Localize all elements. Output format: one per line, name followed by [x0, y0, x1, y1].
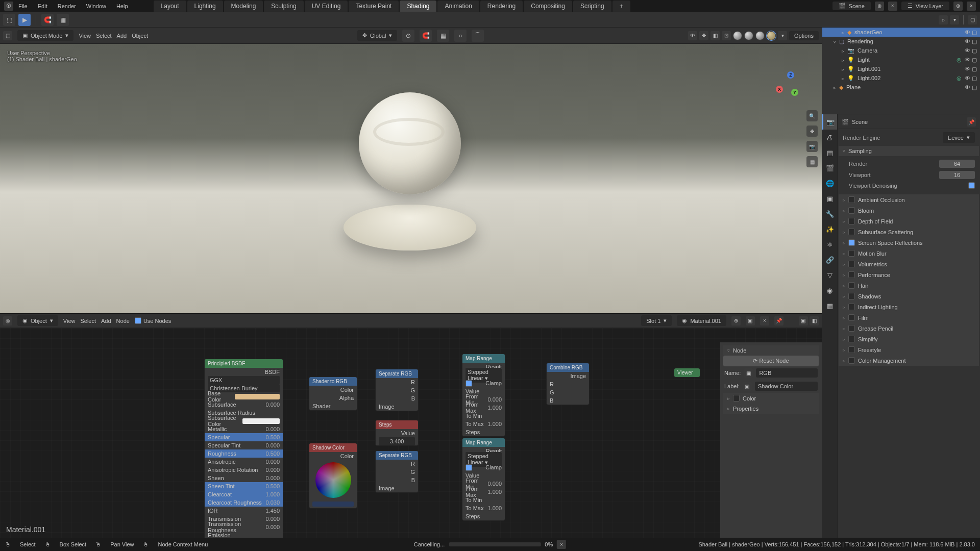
principled-row-ior[interactable]: IOR1.450 [205, 507, 283, 515]
principled-row-specular-tint[interactable]: Specular Tint0.000 [205, 441, 283, 449]
tab-scripting[interactable]: Scripting [573, 1, 611, 12]
panel-checkbox[interactable] [848, 336, 855, 342]
shading-matprev-icon[interactable] [755, 31, 765, 40]
vp-menu-object[interactable]: Object [132, 33, 148, 39]
outliner-item-shadergeo[interactable]: ◆ shaderGeo 👁 ▢ [822, 28, 980, 37]
maprange-row-steps[interactable]: Steps [462, 428, 505, 436]
panel-sampling[interactable]: Sampling [839, 146, 979, 156]
use-nodes-toggle[interactable]: Use Nodes [135, 317, 171, 324]
disable-icon[interactable]: ▢ [972, 75, 977, 82]
panel-depth-of-field[interactable]: Depth of Field [839, 216, 979, 227]
panel-subsurface-scattering[interactable]: Subsurface Scattering [839, 227, 979, 237]
options-button[interactable]: Options [789, 31, 819, 40]
disable-icon[interactable]: ▢ [972, 38, 977, 45]
ptab-particles[interactable]: ✨ [822, 221, 837, 237]
tab-shading[interactable]: Shading [400, 1, 436, 12]
ne-menu-select[interactable]: Select [80, 318, 96, 324]
panel-checkbox[interactable] [848, 325, 855, 332]
panel-checkbox[interactable] [848, 314, 855, 321]
panel-checkbox[interactable] [848, 304, 855, 310]
panel-performance[interactable]: Performance [839, 269, 979, 280]
ne-menu-view[interactable]: View [63, 318, 76, 324]
hide-icon[interactable]: 👁 [965, 57, 970, 63]
disable-icon[interactable]: ▢ [972, 84, 977, 91]
ptab-physics[interactable]: ⚛ [822, 237, 837, 252]
ptab-scene[interactable]: 🎬 [822, 160, 837, 176]
tab-compositing[interactable]: Compositing [524, 1, 572, 12]
tab-add[interactable]: + [612, 1, 630, 12]
ptab-viewlayer[interactable]: ▤ [822, 145, 837, 160]
menu-file[interactable]: File [13, 3, 33, 9]
visibility-icon[interactable]: 👁 [688, 31, 697, 40]
mat-pin-icon[interactable]: 📌 [774, 316, 783, 325]
node-backdrop-icon[interactable]: ▣ [799, 316, 808, 325]
maprange-row-to-max[interactable]: To Max1.000 [462, 420, 505, 428]
cancel-button[interactable]: × [557, 540, 566, 549]
principled-row-transmission-roughness[interactable]: Transmission Roughness0.000 [205, 523, 283, 531]
panel-checkbox[interactable] [848, 218, 855, 224]
overlay-icon[interactable]: ◧ [710, 31, 720, 40]
ns-color-header[interactable]: Color [723, 393, 819, 404]
ptab-material[interactable]: ◉ [822, 283, 837, 298]
zoom-icon[interactable]: 🔍 [806, 110, 818, 121]
panel-motion-blur[interactable]: Motion Blur [839, 248, 979, 259]
ptab-modifiers[interactable]: 🔧 [822, 206, 837, 221]
disclosure-icon[interactable] [842, 75, 844, 81]
ne-menu-node[interactable]: Node [116, 318, 130, 324]
maprange-row-stepped-linear[interactable]: Stepped Linear ▾ [462, 455, 505, 463]
disclosure-icon[interactable] [834, 84, 836, 90]
orientation-dropdown[interactable]: ✥ Global ▾ [357, 30, 398, 41]
panel-checkbox[interactable] [848, 293, 855, 299]
panel-checkbox[interactable] [848, 229, 855, 235]
filter-opts-icon[interactable]: ▾ [950, 15, 959, 24]
snap-toggle-icon[interactable]: 🧲 [420, 30, 432, 42]
hide-icon[interactable]: 👁 [965, 47, 970, 54]
panel-film[interactable]: Film [839, 312, 979, 323]
steps-value[interactable]: 3.400 [379, 437, 415, 445]
node-viewer[interactable]: Viewer [674, 368, 700, 378]
proportional-icon[interactable]: ○ [454, 30, 467, 42]
menu-window[interactable]: Window [81, 3, 111, 9]
clamp-checkbox[interactable] [465, 380, 472, 387]
menu-edit[interactable]: Edit [33, 3, 53, 9]
tab-sculpting[interactable]: Sculpting [264, 1, 303, 12]
snap-icon[interactable]: 🧲 [41, 14, 54, 26]
persp-toggle-icon[interactable]: ▦ [806, 156, 818, 167]
maprange-row-from-max[interactable]: From Max1.000 [462, 404, 505, 412]
node-map-range-a[interactable]: Map Range Result Stepped Linear ▾ClampVa… [462, 354, 505, 437]
outliner-item-light-002[interactable]: 💡 Light.002 ◎ 👁 ▢ [822, 73, 980, 83]
sss-color-swatch[interactable] [242, 418, 280, 424]
disclosure-icon[interactable] [842, 66, 844, 72]
panel-ambient-occlusion[interactable]: Ambient Occlusion [839, 194, 979, 205]
panel-checkbox[interactable] [848, 196, 855, 203]
snap-target-icon[interactable]: ▦ [437, 30, 449, 42]
base-color-swatch[interactable] [235, 394, 280, 399]
viewlayer-del-icon[interactable]: × [967, 2, 976, 11]
pivot-icon[interactable]: ⊙ [402, 30, 414, 42]
disclosure-icon[interactable] [834, 38, 836, 44]
principled-row-specular[interactable]: Specular0.500 [205, 433, 283, 441]
disable-icon[interactable]: ▢ [972, 66, 977, 72]
panel-checkbox[interactable] [848, 239, 855, 246]
new-collection-icon[interactable]: ▢ [968, 15, 977, 24]
axis-gizmo[interactable]: X Y Z [776, 69, 806, 100]
maprange-row-to-max[interactable]: To Max1.000 [462, 504, 505, 512]
principled-row-subsurface-color[interactable]: Subsurface Color [205, 417, 283, 425]
maprange-row-stepped-linear[interactable]: Stepped Linear ▾ [462, 371, 505, 379]
mat-copy-icon[interactable]: ▣ [746, 316, 755, 325]
clamp-checkbox[interactable] [465, 464, 472, 471]
axis-z-icon[interactable]: Z [787, 71, 794, 79]
node-shadow-color[interactable]: Shadow Color Color [309, 443, 357, 509]
scene-selector[interactable]: 🎬 Scene [832, 2, 871, 10]
principled-row-sheen-tint[interactable]: Sheen Tint0.500 [205, 482, 283, 490]
ptab-world[interactable]: 🌐 [822, 176, 837, 191]
principled-row-clearcoat[interactable]: Clearcoat1.000 [205, 490, 283, 498]
pin-icon[interactable]: 📌 [967, 117, 976, 127]
panel-checkbox[interactable] [848, 207, 855, 214]
viewlayer-new-icon[interactable]: ⊕ [953, 2, 963, 11]
ns-node-header[interactable]: Node [723, 345, 819, 356]
principled-row-sheen[interactable]: Sheen0.000 [205, 474, 283, 482]
tab-texturepaint[interactable]: Texture Paint [349, 1, 399, 12]
render-samples-field[interactable]: 64 [939, 160, 975, 168]
app-logo-icon[interactable]: ⦿ [4, 2, 13, 11]
